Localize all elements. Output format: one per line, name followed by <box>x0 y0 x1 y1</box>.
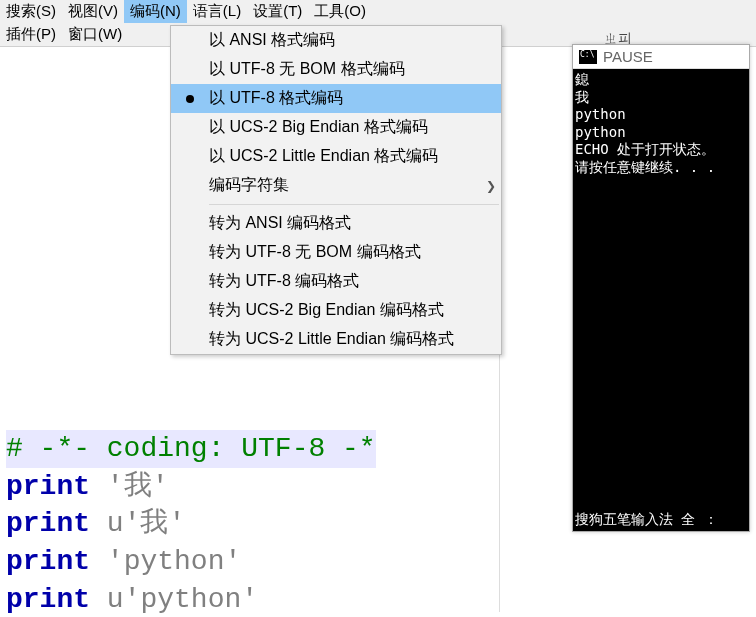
console-line: 鎴 <box>575 71 589 87</box>
menu-item-label: 以 UTF-8 格式编码 <box>209 88 501 109</box>
chevron-right-icon: ❯ <box>481 179 501 193</box>
menu-tools[interactable]: 工具(O) <box>308 0 372 23</box>
menu-plugins[interactable]: 插件(P) <box>0 23 62 46</box>
menu-separator <box>209 204 499 205</box>
convert-ucs2-be[interactable]: 转为 UCS-2 Big Endian 编码格式 <box>171 296 501 325</box>
code-keyword: print <box>6 508 90 539</box>
code-prefix: u <box>107 584 124 615</box>
encode-ucs2-be[interactable]: 以 UCS-2 Big Endian 格式编码 <box>171 113 501 142</box>
encode-charset[interactable]: 编码字符集 ❯ <box>171 171 501 200</box>
encode-utf8[interactable]: 以 UTF-8 格式编码 <box>171 84 501 113</box>
convert-ansi[interactable]: 转为 ANSI 编码格式 <box>171 209 501 238</box>
console-output[interactable]: 鎴 我 python python ECHO 处于打开状态。 请按任意键继续. … <box>573 69 749 509</box>
encode-ucs2-le[interactable]: 以 UCS-2 Little Endian 格式编码 <box>171 142 501 171</box>
code-string: '我' <box>124 508 186 539</box>
console-line: 请按任意键继续. . . <box>575 159 715 175</box>
menu-item-label: 以 UCS-2 Big Endian 格式编码 <box>209 117 501 138</box>
menu-item-label: 转为 UTF-8 无 BOM 编码格式 <box>209 242 501 263</box>
console-titlebar[interactable]: PAUSE <box>573 45 749 69</box>
menu-language[interactable]: 语言(L) <box>187 0 247 23</box>
console-line: python <box>575 124 626 140</box>
menu-item-label: 以 UCS-2 Little Endian 格式编码 <box>209 146 501 167</box>
menu-item-label: 转为 UTF-8 编码格式 <box>209 271 501 292</box>
bullet-icon <box>186 95 194 103</box>
code-keyword: print <box>6 546 90 577</box>
code-string: 'python' <box>124 584 258 615</box>
radio-icon <box>171 95 209 103</box>
cmd-icon <box>579 50 597 64</box>
convert-ucs2-le[interactable]: 转为 UCS-2 Little Endian 编码格式 <box>171 325 501 354</box>
menu-item-label: 以 UTF-8 无 BOM 格式编码 <box>209 59 501 80</box>
convert-utf8-nobom[interactable]: 转为 UTF-8 无 BOM 编码格式 <box>171 238 501 267</box>
menu-settings[interactable]: 设置(T) <box>247 0 308 23</box>
menu-item-label: 转为 ANSI 编码格式 <box>209 213 501 234</box>
encode-utf8-nobom[interactable]: 以 UTF-8 无 BOM 格式编码 <box>171 55 501 84</box>
code-keyword: print <box>6 471 90 502</box>
code-prefix: u <box>107 508 124 539</box>
console-window: PAUSE 鎴 我 python python ECHO 处于打开状态。 请按任… <box>572 44 750 532</box>
menu-search[interactable]: 搜索(S) <box>0 0 62 23</box>
code-string: '我' <box>107 471 169 502</box>
menu-item-label: 转为 UCS-2 Little Endian 编码格式 <box>209 329 501 350</box>
code-comment: # -*- coding: UTF-8 -* <box>6 433 376 464</box>
menu-encoding[interactable]: 编码(N) <box>124 0 187 23</box>
code-content: # -*- coding: UTF-8 -* print '我' print u… <box>6 392 376 617</box>
menu-item-label: 编码字符集 <box>209 175 481 196</box>
console-line: ECHO 处于打开状态。 <box>575 141 715 157</box>
menu-view[interactable]: 视图(V) <box>62 0 124 23</box>
code-string: 'python' <box>107 546 241 577</box>
console-line: python <box>575 106 626 122</box>
encode-ansi[interactable]: 以 ANSI 格式编码 <box>171 26 501 55</box>
menu-item-label: 以 ANSI 格式编码 <box>209 30 501 51</box>
menu-window[interactable]: 窗口(W) <box>62 23 128 46</box>
encoding-dropdown: 以 ANSI 格式编码 以 UTF-8 无 BOM 格式编码 以 UTF-8 格… <box>170 25 502 355</box>
ime-status: 搜狗五笔输入法 全 ： <box>573 509 749 531</box>
console-line: 我 <box>575 89 589 105</box>
code-keyword: print <box>6 584 90 615</box>
console-title-text: PAUSE <box>603 48 653 65</box>
convert-utf8[interactable]: 转为 UTF-8 编码格式 <box>171 267 501 296</box>
menu-bar-row-1: 搜索(S) 视图(V) 编码(N) 语言(L) 设置(T) 工具(O) <box>0 0 756 23</box>
menu-item-label: 转为 UCS-2 Big Endian 编码格式 <box>209 300 501 321</box>
